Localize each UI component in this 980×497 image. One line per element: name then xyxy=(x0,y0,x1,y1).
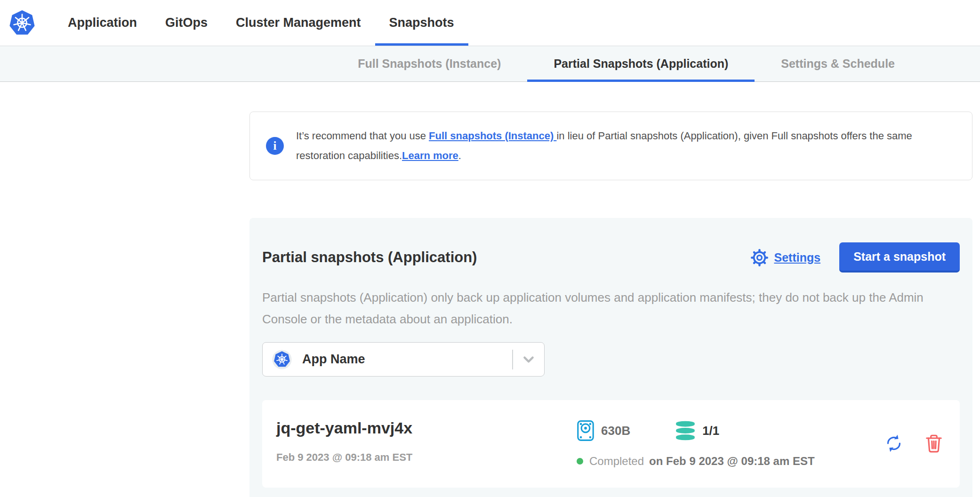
learn-more-link[interactable]: Learn more xyxy=(402,150,458,161)
settings-link[interactable]: Settings xyxy=(750,248,821,267)
snapshot-volumes-value: 1/1 xyxy=(702,424,719,438)
tab-partial-snapshots[interactable]: Partial Snapshots (Application) xyxy=(527,46,755,81)
kubernetes-logo-icon[interactable] xyxy=(8,9,36,37)
nav-item-snapshots[interactable]: Snapshots xyxy=(389,0,454,46)
snapshot-size-stat: 630B xyxy=(577,420,630,441)
full-snapshots-link[interactable]: Full snapshots (Instance) xyxy=(429,130,556,142)
info-banner: i It’s recommend that you use Full snaps… xyxy=(249,112,972,180)
chevron-down-icon[interactable] xyxy=(521,352,537,368)
status-badge: Completed xyxy=(589,455,644,468)
restore-icon xyxy=(884,434,903,453)
snapshot-row: jq-get-yaml-mvj4x Feb 9 2023 @ 09:18 am … xyxy=(262,400,960,488)
snapshot-identity: jq-get-yaml-mvj4x Feb 9 2023 @ 09:18 am … xyxy=(276,419,577,464)
card-header: Partial snapshots (Application) xyxy=(262,242,960,273)
status-dot-icon xyxy=(577,458,583,465)
top-nav-items: Application GitOps Cluster Management Sn… xyxy=(68,0,482,46)
snapshot-stats: 630B 1/1 xyxy=(577,419,884,468)
selector-divider xyxy=(512,350,513,369)
snapshot-actions xyxy=(884,433,943,453)
partial-snapshots-card: Partial snapshots (Application) xyxy=(249,218,972,497)
app-selector-value: App Name xyxy=(302,352,365,367)
card-description: Partial snapshots (Application) only bac… xyxy=(262,287,935,330)
database-icon xyxy=(675,420,696,441)
disk-icon xyxy=(577,420,594,441)
nav-item-cluster-management[interactable]: Cluster Management xyxy=(236,0,361,46)
settings-label: Settings xyxy=(774,251,821,265)
status-timestamp: on Feb 9 2023 @ 09:18 am EST xyxy=(649,455,815,468)
info-banner-text: It’s recommend that you use Full snapsho… xyxy=(296,126,956,166)
card-header-actions: Settings Start a snapshot xyxy=(750,242,960,273)
tab-settings-schedule[interactable]: Settings & Schedule xyxy=(755,46,921,81)
trash-icon xyxy=(925,433,943,453)
restore-snapshot-button[interactable] xyxy=(884,434,903,453)
page-title: Partial snapshots (Application) xyxy=(262,249,477,266)
tab-full-snapshots[interactable]: Full Snapshots (Instance) xyxy=(331,46,527,81)
app-name-selector[interactable]: App Name xyxy=(262,342,545,377)
info-text-after: . xyxy=(458,150,461,161)
snapshot-volumes-stat: 1/1 xyxy=(675,420,719,441)
snapshot-status-row: Completed on Feb 9 2023 @ 09:18 am EST xyxy=(577,455,884,468)
nav-item-gitops[interactable]: GitOps xyxy=(165,0,208,46)
snapshot-size-value: 630B xyxy=(601,424,630,438)
top-nav: Application GitOps Cluster Management Sn… xyxy=(0,0,980,46)
app-kubernetes-icon xyxy=(272,350,292,369)
snapshot-created-date: Feb 9 2023 @ 09:18 am EST xyxy=(276,451,577,464)
page-content: i It’s recommend that you use Full snaps… xyxy=(249,112,972,497)
snapshot-stats-row: 630B 1/1 xyxy=(577,420,884,441)
delete-snapshot-button[interactable] xyxy=(925,433,943,453)
info-icon: i xyxy=(266,137,284,155)
start-snapshot-button[interactable]: Start a snapshot xyxy=(839,242,960,273)
snapshots-sub-nav: Full Snapshots (Instance) Partial Snapsh… xyxy=(0,46,980,82)
snapshot-name: jq-get-yaml-mvj4x xyxy=(276,419,577,437)
gear-icon xyxy=(750,248,769,267)
info-text-before: It’s recommend that you use xyxy=(296,130,429,142)
nav-item-application[interactable]: Application xyxy=(68,0,137,46)
